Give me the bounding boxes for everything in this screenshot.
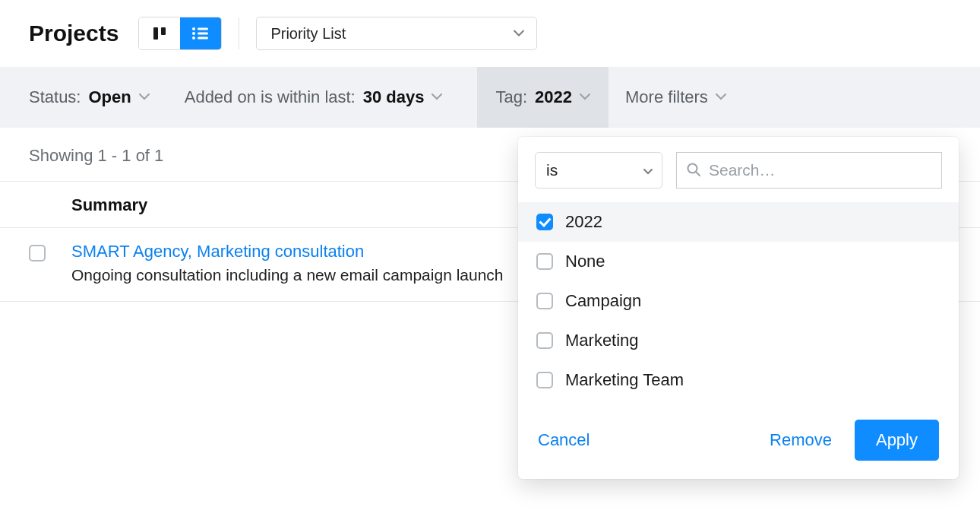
tag-option[interactable]: Campaign — [518, 281, 959, 321]
chevron-down-icon — [580, 94, 590, 101]
tag-option-list: 2022 None Campaign Marketing Marketing T… — [518, 199, 959, 406]
svg-point-8 — [688, 163, 697, 173]
svg-rect-0 — [153, 27, 158, 40]
more-filters[interactable]: More filters — [625, 67, 744, 128]
view-toggle — [138, 17, 222, 50]
filter-added-value: 30 days — [363, 87, 425, 107]
list-selector-value: Priority List — [270, 25, 346, 43]
svg-rect-1 — [161, 27, 166, 35]
option-checkbox[interactable] — [536, 332, 553, 349]
option-label: Marketing — [565, 331, 639, 350]
row-checkbox-cell — [29, 242, 71, 264]
svg-point-2 — [192, 27, 195, 30]
option-checkbox[interactable] — [536, 372, 553, 388]
apply-button[interactable]: Apply — [855, 420, 939, 461]
caret-down-icon — [643, 161, 653, 179]
chevron-down-icon — [432, 94, 442, 101]
svg-rect-5 — [198, 33, 208, 35]
option-checkbox[interactable] — [536, 214, 553, 230]
tag-filter-dropdown: is 2022 None Campaign Marketing — [518, 137, 959, 479]
condition-value: is — [546, 161, 558, 179]
list-view-button[interactable] — [180, 17, 221, 49]
more-filters-label: More filters — [625, 87, 708, 107]
tag-option[interactable]: Marketing — [518, 321, 959, 360]
svg-point-4 — [192, 32, 195, 35]
chevron-down-icon — [716, 94, 726, 101]
filter-status[interactable]: Status: Open — [29, 67, 168, 128]
tag-option[interactable]: 2022 — [518, 202, 959, 242]
project-title-link[interactable]: SMART Agency, Marketing consultation — [71, 242, 364, 262]
filter-added-on[interactable]: Added on is within last: 30 days — [185, 67, 461, 128]
row-checkbox[interactable] — [29, 245, 46, 262]
option-label: 2022 — [565, 212, 602, 232]
option-label: Marketing Team — [565, 370, 684, 390]
list-icon — [191, 26, 210, 41]
filter-status-value: Open — [88, 87, 131, 107]
page-title: Projects — [29, 21, 119, 46]
filter-bar: Status: Open Added on is within last: 30… — [0, 67, 980, 128]
svg-point-6 — [192, 36, 195, 40]
filter-tag[interactable]: Tag: 2022 — [477, 67, 609, 128]
svg-line-9 — [697, 172, 700, 176]
chevron-down-icon — [139, 94, 150, 101]
board-view-button[interactable] — [139, 17, 180, 49]
dropdown-controls: is — [518, 137, 959, 199]
filter-added-label: Added on is within last: — [185, 87, 356, 107]
tag-option[interactable]: None — [518, 242, 959, 281]
filter-tag-value: 2022 — [535, 87, 572, 107]
tag-option[interactable]: Marketing Team — [518, 360, 959, 400]
caret-down-icon — [514, 27, 524, 40]
condition-select[interactable]: is — [535, 152, 662, 189]
search-icon — [686, 162, 701, 179]
svg-rect-7 — [198, 37, 208, 40]
option-checkbox[interactable] — [536, 293, 553, 309]
filter-tag-label: Tag: — [495, 87, 527, 107]
tag-search-input[interactable] — [709, 161, 932, 179]
cancel-button[interactable]: Cancel — [538, 430, 590, 450]
filter-status-label: Status: — [29, 87, 81, 107]
dropdown-actions: Cancel Remove Apply — [518, 406, 959, 473]
page-header: Projects Priority List — [0, 0, 980, 67]
option-label: Campaign — [565, 291, 641, 311]
remove-button[interactable]: Remove — [770, 430, 832, 450]
option-label: None — [565, 252, 605, 271]
tag-search[interactable] — [676, 152, 942, 189]
board-icon — [152, 26, 167, 41]
option-checkbox[interactable] — [536, 253, 553, 270]
svg-rect-3 — [198, 28, 208, 30]
list-selector[interactable]: Priority List — [256, 17, 537, 50]
divider — [239, 17, 239, 49]
